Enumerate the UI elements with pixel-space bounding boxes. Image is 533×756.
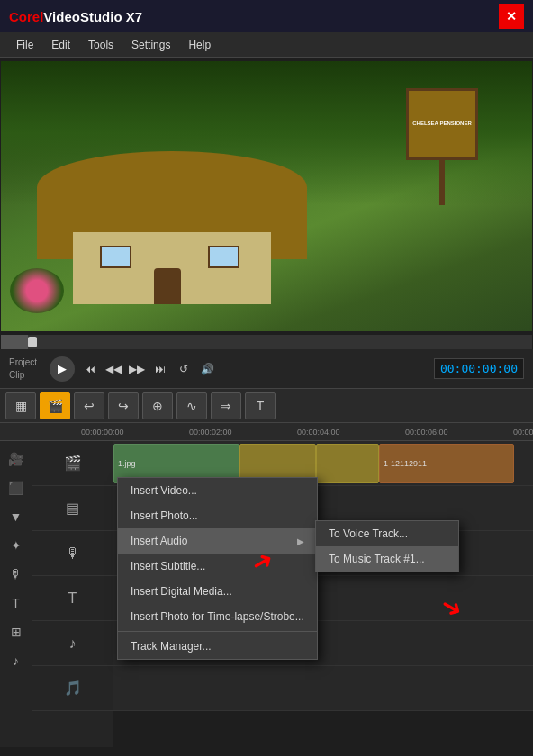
menu-bar: File Edit Tools Settings Help bbox=[0, 32, 533, 58]
submenu-to-music[interactable]: To Music Track #1... bbox=[316, 546, 458, 572]
toolbar: ▦ 🎬 ↩ ↪ ⊕ ∿ ⇒ T bbox=[0, 389, 533, 423]
track-labels: 🎬 ▤ 🎙 T ♪ 🎵 bbox=[32, 441, 113, 747]
ctx-separator bbox=[118, 631, 317, 632]
menu-help[interactable]: Help bbox=[179, 35, 220, 55]
arrow-icon: ▶ bbox=[297, 536, 304, 546]
submenu: To Voice Track... To Music Track #1... bbox=[315, 520, 459, 572]
menu-edit[interactable]: Edit bbox=[42, 35, 79, 55]
menu-settings[interactable]: Settings bbox=[122, 35, 179, 55]
title-track-icon: T bbox=[68, 590, 77, 607]
sidebar-video-icon[interactable]: 🎥 bbox=[4, 446, 29, 472]
track-label-extra: 🎵 bbox=[32, 666, 113, 711]
step-back-button[interactable]: ◀◀ bbox=[103, 358, 124, 380]
preview-area: CHELSEA PENSIONER bbox=[1, 61, 532, 331]
overlay-track-icon: ▤ bbox=[66, 500, 79, 517]
seek-progress bbox=[1, 335, 28, 349]
left-sidebar: 🎥 ⬛ ▼ ✦ 🎙 T ⊞ ♪ bbox=[0, 441, 32, 747]
undo-button[interactable]: ↩ bbox=[74, 392, 104, 419]
track-label-voice: 🎙 bbox=[32, 531, 113, 576]
ruler-mark-2: 00:00:04:00 bbox=[297, 428, 340, 436]
ruler-mark-1: 00:00:02:00 bbox=[189, 428, 232, 436]
ctx-insert-subtitle[interactable]: Insert Subtitle... bbox=[118, 554, 317, 579]
timeline-view-button[interactable]: ▦ bbox=[5, 392, 36, 419]
submenu-to-voice[interactable]: To Voice Track... bbox=[316, 521, 458, 546]
music-track-icon: ♪ bbox=[69, 635, 77, 652]
titles-button[interactable]: T bbox=[245, 392, 276, 419]
sign-board: CHELSEA PENSIONER bbox=[406, 88, 478, 160]
ctx-insert-video[interactable]: Insert Video... bbox=[118, 478, 317, 503]
menu-file[interactable]: File bbox=[7, 35, 42, 55]
sign-post: CHELSEA PENSIONER bbox=[406, 88, 478, 205]
voice-track-icon: 🎙 bbox=[66, 545, 80, 562]
play-button[interactable]: ▶ bbox=[50, 356, 75, 382]
sidebar-fx-icon[interactable]: ✦ bbox=[4, 533, 29, 558]
volume-button[interactable]: 🔊 bbox=[196, 358, 218, 380]
ctx-insert-audio[interactable]: Insert Audio ▶ bbox=[118, 528, 317, 554]
fast-forward-button[interactable]: ⏭ bbox=[149, 358, 171, 380]
track-label-title: T bbox=[32, 576, 113, 621]
track-label-overlay: ▤ bbox=[32, 486, 113, 531]
menu-tools[interactable]: Tools bbox=[79, 35, 122, 55]
project-clip-label: Project Clip bbox=[9, 356, 37, 382]
brand-logo: Corel bbox=[9, 9, 43, 24]
clip-3[interactable] bbox=[316, 444, 379, 483]
seek-bar-container bbox=[1, 335, 532, 349]
track-label-video: 🎬 bbox=[32, 441, 113, 486]
ctx-insert-timelapse[interactable]: Insert Photo for Time-lapse/Strobe... bbox=[118, 604, 317, 629]
context-menu: Insert Video... Insert Photo... Insert A… bbox=[117, 477, 318, 660]
rewind-button[interactable]: ⏮ bbox=[79, 358, 101, 380]
storyboard-view-button[interactable]: 🎬 bbox=[40, 392, 70, 419]
close-button[interactable]: ✕ bbox=[499, 4, 524, 29]
clip-4[interactable]: 1-12112911 bbox=[379, 444, 514, 483]
sidebar-title-icon[interactable]: T bbox=[4, 590, 29, 616]
sidebar-voice-icon[interactable]: 🎙 bbox=[4, 562, 29, 587]
step-forward-button[interactable]: ▶▶ bbox=[126, 358, 148, 380]
preview-image: CHELSEA PENSIONER bbox=[1, 61, 532, 331]
seek-bar[interactable] bbox=[1, 335, 532, 349]
redo-button[interactable]: ↪ bbox=[108, 392, 139, 419]
track-label-music: ♪ bbox=[32, 621, 113, 666]
ruler-mark-3: 00:00:06:00 bbox=[405, 428, 448, 436]
sidebar-music-icon[interactable]: ♪ bbox=[4, 648, 29, 673]
controls-bar: Project Clip ▶ ⏮ ◀◀ ▶▶ ⏭ ↺ 🔊 00:00:00:00 bbox=[0, 349, 533, 389]
seek-thumb[interactable] bbox=[28, 337, 37, 347]
sidebar-arrow-icon[interactable]: ▼ bbox=[4, 504, 29, 529]
audio-mix-button[interactable]: ∿ bbox=[176, 392, 207, 419]
ctx-insert-photo[interactable]: Insert Photo... bbox=[118, 503, 317, 528]
ruler-mark-4: 00:00:0 bbox=[513, 428, 533, 436]
sidebar-pan-icon[interactable]: ⊞ bbox=[4, 619, 29, 644]
title-bar: Corel VideoStudio X7 ✕ bbox=[0, 0, 533, 32]
ctx-insert-digital[interactable]: Insert Digital Media... bbox=[118, 579, 317, 604]
timeline-ruler: 00:00:00:00 00:00:02:00 00:00:04:00 00:0… bbox=[0, 423, 533, 441]
ruler-mark-0: 00:00:00:00 bbox=[81, 428, 124, 436]
transitions-button[interactable]: ⇒ bbox=[211, 392, 241, 419]
ctx-track-manager[interactable]: Track Manager... bbox=[118, 634, 317, 659]
app-name: VideoStudio X7 bbox=[43, 9, 142, 24]
video-track-icon: 🎬 bbox=[64, 454, 82, 472]
extra-track bbox=[113, 666, 533, 711]
extra-track-icon: 🎵 bbox=[64, 680, 82, 697]
timecode-display: 00:00:00:00 bbox=[434, 358, 524, 379]
sidebar-overlay-icon[interactable]: ⬛ bbox=[4, 475, 29, 500]
record-button[interactable]: ⊕ bbox=[142, 392, 173, 419]
repeat-button[interactable]: ↺ bbox=[173, 358, 194, 380]
